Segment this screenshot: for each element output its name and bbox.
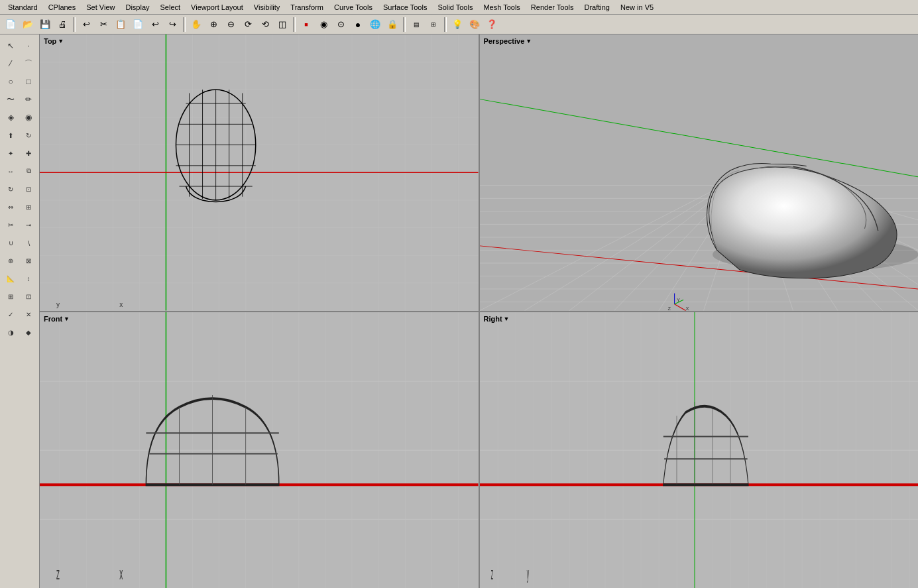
menu-drafting[interactable]: Drafting [579,2,615,13]
viewport-front[interactable]: Front ▼ [40,312,479,589]
polyline-btn[interactable]: ⌒ [20,55,37,72]
paste-btn[interactable]: 📄 [130,17,146,32]
circle-btn[interactable]: ○ [2,73,19,90]
snap2-btn[interactable]: ⊡ [20,288,37,305]
redo-btn[interactable]: ↪ [164,17,180,32]
zoom-all-btn[interactable]: ⟳ [240,17,256,32]
menu-setview[interactable]: Set View [81,2,120,13]
curve-btn[interactable]: 〜 [2,91,19,108]
undo-btn[interactable]: ↩ [78,17,94,32]
render-btn[interactable]: ◉ [316,17,331,32]
array-btn[interactable]: ⊞ [20,198,37,215]
print-btn[interactable]: 🖨 [54,17,70,32]
color-btn[interactable]: 🎨 [467,17,483,32]
menu-curve-tools[interactable]: Curve Tools [329,2,378,13]
viewport-perspective-label[interactable]: Perspective ▼ [484,37,532,45]
viewport-perspective-arrow[interactable]: ▼ [526,38,532,44]
viewport-front-label[interactable]: Front ▼ [44,315,70,323]
rotate-btn[interactable]: ↻ [2,180,19,198]
viewport-right[interactable]: Right ▼ [480,312,919,589]
layer-btn[interactable]: ▤ [408,17,424,32]
boolean-diff-btn[interactable]: ∖ [20,234,37,251]
solid-btn[interactable]: ◉ [20,109,37,126]
pan-btn[interactable]: ✋ [188,17,204,32]
scale-btn[interactable]: ⊡ [20,180,37,198]
new-btn[interactable]: 📄 [3,17,19,32]
zoom-out-btn[interactable]: ⊖ [223,17,239,32]
copy-btn[interactable]: 📋 [113,17,129,32]
revolve-btn[interactable]: ↻ [20,127,37,144]
viewport-right-label[interactable]: Right ▼ [484,315,510,323]
zoom-ext-btn[interactable]: ⟲ [257,17,273,32]
explode-btn[interactable]: ✦ [2,145,19,162]
undo2-btn[interactable]: ↩ [147,17,163,32]
4view-btn[interactable]: ◫ [274,17,290,32]
viewport-top[interactable]: Top ▼ [40,34,479,311]
menu-standard[interactable]: Standard [3,2,43,13]
light-btn[interactable]: 💡 [449,17,465,32]
viewport-area: Top ▼ [40,34,918,588]
select-btn[interactable]: ↖ [2,37,19,54]
menu-display[interactable]: Display [120,2,154,13]
mirror-btn[interactable]: ⇔ [2,198,19,215]
freehand-btn[interactable]: ✏ [20,91,37,108]
menu-viewport-layout[interactable]: Viewport Layout [186,2,249,13]
analyze-btn[interactable]: 📐 [2,270,19,287]
viewport-top-label[interactable]: Top ▼ [44,37,64,45]
extrude-btn[interactable]: ⬆ [2,127,19,144]
viewport-perspective[interactable]: Perspective ▼ [480,34,919,311]
sep5 [444,17,447,32]
menu-visibility[interactable]: Visibility [249,2,286,13]
menu-render-tools[interactable]: Render Tools [526,2,579,13]
sep4 [403,17,406,32]
viewport-right-arrow[interactable]: ▼ [504,316,510,322]
viewport-front-arrow[interactable]: ▼ [64,316,70,322]
viewport-right-svg: z y [480,312,919,589]
ok-btn[interactable]: ✓ [2,306,19,323]
menu-solid-tools[interactable]: Solid Tools [432,2,478,13]
copy2-btn[interactable]: ⧉ [20,162,37,180]
save-btn[interactable]: 💾 [37,17,53,32]
menu-new-in-v5[interactable]: New in V5 [615,2,659,13]
menu-transform[interactable]: Transform [285,2,329,13]
left-btn-row-13: ⊕ ⊠ [2,252,37,269]
shaded-btn[interactable]: ■ [298,17,314,32]
extra-btn[interactable]: ◆ [20,323,37,341]
trim-btn[interactable]: ✂ [2,216,19,233]
surface-btn[interactable]: ◈ [2,109,19,126]
menu-cplanes[interactable]: CPlanes [43,2,82,13]
help-btn[interactable]: ❓ [484,17,500,32]
cut-btn[interactable]: ✂ [95,17,111,32]
menu-surface-tools[interactable]: Surface Tools [378,2,432,13]
left-btn-row-3: ○ □ [2,73,37,90]
split-btn[interactable]: ⊸ [20,216,37,233]
svg-text:z: z [56,563,60,583]
dims-btn[interactable]: ↕ [20,270,37,287]
left-btn-row-11: ✂ ⊸ [2,216,37,233]
boolean-union-btn[interactable]: ∪ [2,234,19,251]
cage-edit-btn[interactable]: ⊠ [20,252,37,269]
menu-mesh-tools[interactable]: Mesh Tools [478,2,525,13]
point-btn[interactable]: · [20,37,37,54]
join-btn[interactable]: ✚ [20,145,37,162]
left-btn-row-17: ◑ ◆ [2,323,37,341]
open-btn[interactable]: 📂 [20,17,36,32]
grid-btn[interactable]: ⊞ [2,288,19,305]
move-btn[interactable]: ↔ [2,162,19,180]
zoom-in-btn[interactable]: ⊕ [205,17,221,32]
lock-btn[interactable]: 🔒 [384,17,400,32]
sphere-btn[interactable]: ● [350,17,366,32]
cancel-btn[interactable]: ✕ [20,306,37,323]
globe-btn[interactable]: 🌐 [367,17,383,32]
point-edit-btn[interactable]: ⊕ [2,252,19,269]
wire-btn[interactable]: ⊙ [333,17,349,32]
menu-select[interactable]: Select [155,2,186,13]
left-btn-row-5: ◈ ◉ [2,109,37,126]
display2-btn[interactable]: ◑ [2,323,19,341]
snap-btn[interactable]: ⊞ [426,17,441,32]
left-btn-row-7: ✦ ✚ [2,145,37,162]
left-btn-row-9: ↻ ⊡ [2,180,37,198]
line-btn[interactable]: ∕ [2,55,19,72]
viewport-top-arrow[interactable]: ▼ [58,38,64,44]
rectangle-btn[interactable]: □ [20,73,37,90]
